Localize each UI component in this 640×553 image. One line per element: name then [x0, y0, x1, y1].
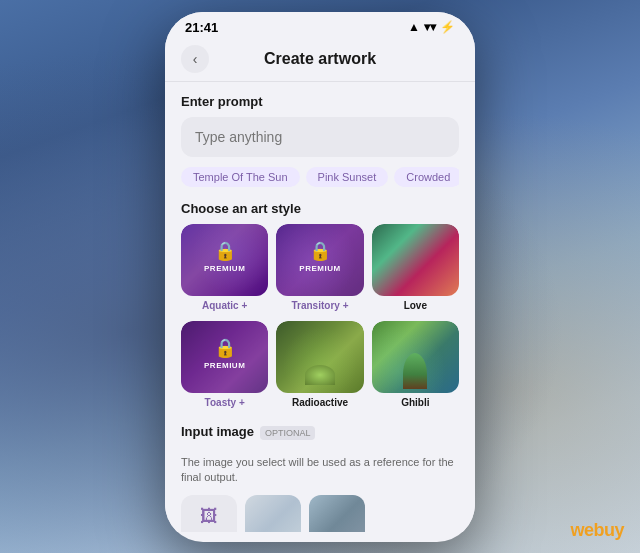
art-style-section: Choose an art style 🔒 PREMIUM Aquatic + — [181, 201, 459, 410]
reference-image-2[interactable] — [309, 495, 365, 531]
prompt-label: Enter prompt — [181, 94, 459, 109]
input-image-section: Input image OPTIONAL The image you selec… — [181, 424, 459, 532]
art-style-ghibli[interactable]: Ghibli — [372, 321, 459, 410]
lock-icon: 🔒 — [214, 337, 236, 359]
prompt-section: Enter prompt Temple Of The Sun Pink Suns… — [181, 94, 459, 187]
nav-bar: ‹ Create artwork — [165, 39, 475, 82]
watermark: webuy — [570, 520, 624, 541]
art-label-love: Love — [372, 300, 459, 313]
status-time: 21:41 — [185, 20, 218, 35]
select-label: Select — [196, 531, 221, 532]
input-image-label: Input image — [181, 424, 254, 439]
wifi-icon: ▾▾ — [424, 20, 436, 34]
signal-icon: ▲ — [408, 20, 420, 34]
image-row: 🖼 Select — [181, 495, 459, 531]
art-style-label: Choose an art style — [181, 201, 459, 216]
art-label-aquatic: Aquatic + — [181, 300, 268, 313]
image-icon: 🖼 — [200, 506, 218, 527]
art-style-transitory[interactable]: 🔒 PREMIUM Transitory + — [276, 224, 363, 313]
watermark-suffix: buy — [593, 520, 624, 540]
art-style-aquatic[interactable]: 🔒 PREMIUM Aquatic + — [181, 224, 268, 313]
art-label-toasty: Toasty + — [181, 397, 268, 410]
nav-title: Create artwork — [264, 50, 376, 68]
tag-crowded[interactable]: Crowded — [394, 167, 459, 187]
art-style-love[interactable]: Love — [372, 224, 459, 313]
premium-text-toasty: PREMIUM — [204, 361, 245, 370]
battery-icon: ⚡ — [440, 20, 455, 34]
phone-frame: 21:41 ▲ ▾▾ ⚡ ‹ Create artwork Enter prom… — [165, 12, 475, 542]
lock-icon: 🔒 — [309, 240, 331, 262]
watermark-prefix: we — [570, 520, 593, 540]
premium-text-transitory: PREMIUM — [299, 264, 340, 273]
select-image-button[interactable]: 🖼 Select — [181, 495, 237, 531]
lock-badge-transitory: 🔒 PREMIUM — [299, 240, 340, 273]
content-scroll[interactable]: Enter prompt Temple Of The Sun Pink Suns… — [165, 82, 475, 532]
art-label-radioactive: Radioactive — [276, 397, 363, 410]
back-icon: ‹ — [193, 51, 198, 67]
art-style-grid: 🔒 PREMIUM Aquatic + 🔒 PREMIUM — [181, 224, 459, 410]
art-style-radioactive[interactable]: Radioactive — [276, 321, 363, 410]
status-icons: ▲ ▾▾ ⚡ — [408, 20, 455, 34]
art-label-transitory: Transitory + — [276, 300, 363, 313]
optional-tag: OPTIONAL — [260, 426, 316, 440]
tag-temple[interactable]: Temple Of The Sun — [181, 167, 300, 187]
lock-icon: 🔒 — [214, 240, 236, 262]
prompt-input[interactable] — [181, 117, 459, 157]
back-button[interactable]: ‹ — [181, 45, 209, 73]
premium-text-aquatic: PREMIUM — [204, 264, 245, 273]
ghibli-detail — [403, 353, 427, 389]
reference-image-1[interactable] — [245, 495, 301, 531]
tag-row: Temple Of The Sun Pink Sunset Crowded — [181, 167, 459, 187]
lock-badge-aquatic: 🔒 PREMIUM — [204, 240, 245, 273]
art-label-ghibli: Ghibli — [372, 397, 459, 410]
input-image-header: Input image OPTIONAL — [181, 424, 459, 447]
art-style-toasty[interactable]: 🔒 PREMIUM Toasty + — [181, 321, 268, 410]
mushroom-detail — [305, 365, 335, 385]
lock-badge-toasty: 🔒 PREMIUM — [204, 337, 245, 370]
tag-sunset[interactable]: Pink Sunset — [306, 167, 389, 187]
status-bar: 21:41 ▲ ▾▾ ⚡ — [165, 12, 475, 39]
input-image-description: The image you select will be used as a r… — [181, 455, 459, 486]
